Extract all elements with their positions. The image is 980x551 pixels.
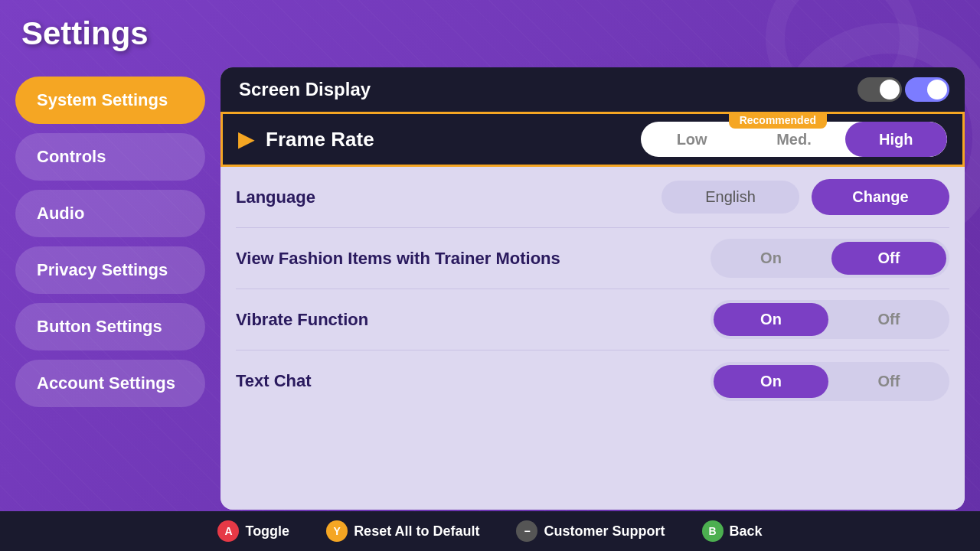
toggle-dot (880, 80, 900, 99)
toggle-label: Toggle (245, 523, 289, 540)
settings-content: Recommended ▶ Frame Rate Low Med. High (220, 112, 965, 510)
language-current-value: English (662, 181, 799, 214)
sidebar-item-privacy-settings[interactable]: Privacy Settings (15, 246, 205, 294)
recommended-badge: Recommended (729, 112, 827, 129)
frame-rate-high[interactable]: High (845, 122, 947, 157)
frame-rate-arrow-icon: ▶ (238, 128, 253, 152)
minus-button-icon: − (516, 520, 537, 542)
text-chat-label: Text Chat (236, 371, 710, 391)
language-row: Language English Change (236, 167, 949, 228)
reset-label: Reset All to Default (354, 523, 479, 540)
frame-rate-low[interactable]: Low (641, 122, 743, 157)
view-fashion-toggle[interactable]: On Off (710, 239, 949, 278)
text-chat-toggle[interactable]: On Off (710, 362, 949, 401)
y-button-icon: Y (326, 520, 348, 542)
screen-display-toggle[interactable] (858, 77, 949, 102)
view-fashion-off-button[interactable]: Off (831, 242, 946, 275)
bottom-action-support: − Customer Support (516, 520, 665, 542)
sidebar-item-controls[interactable]: Controls (15, 133, 205, 181)
language-label: Language (236, 187, 662, 207)
view-fashion-row: View Fashion Items with Trainer Motions … (236, 228, 949, 289)
a-button-icon: A (217, 520, 239, 542)
view-fashion-on-button[interactable]: On (714, 242, 828, 275)
sidebar: System Settings Controls Audio Privacy S… (15, 77, 205, 407)
toggle-pill-right (905, 77, 949, 102)
text-chat-off-button[interactable]: Off (831, 365, 946, 398)
toggle-dot-active (927, 80, 947, 99)
vibrate-function-label: Vibrate Function (236, 310, 710, 330)
sidebar-item-account-settings[interactable]: Account Settings (15, 360, 205, 407)
support-label: Customer Support (544, 523, 665, 540)
text-chat-on-button[interactable]: On (714, 365, 828, 398)
page-title: Settings (21, 15, 149, 52)
frame-rate-row: ▶ Frame Rate Low Med. High (220, 112, 965, 167)
vibrate-function-toggle[interactable]: On Off (710, 300, 949, 339)
sidebar-item-button-settings[interactable]: Button Settings (15, 303, 205, 350)
section-header: Screen Display (220, 67, 965, 112)
toggle-pill-left (858, 77, 902, 102)
sidebar-item-system-settings[interactable]: System Settings (15, 77, 205, 124)
vibrate-function-on-button[interactable]: On (714, 303, 828, 336)
bottom-action-toggle: A Toggle (217, 520, 289, 542)
back-label: Back (730, 523, 763, 540)
sidebar-item-audio[interactable]: Audio (15, 190, 205, 237)
section-header-title: Screen Display (239, 79, 371, 100)
bottom-action-reset: Y Reset All to Default (326, 520, 479, 542)
frame-rate-label: Frame Rate (266, 128, 641, 152)
vibrate-function-off-button[interactable]: Off (831, 303, 946, 336)
b-button-icon: B (702, 520, 724, 542)
vibrate-function-row: Vibrate Function On Off (236, 289, 949, 350)
text-chat-row: Text Chat On Off (236, 350, 949, 412)
bottom-action-back: B Back (702, 520, 763, 542)
language-change-button[interactable]: Change (812, 179, 949, 215)
main-content-panel: Screen Display Recommended ▶ Frame Rate … (220, 67, 965, 510)
bottom-bar: A Toggle Y Reset All to Default − Custom… (0, 511, 980, 551)
view-fashion-label: View Fashion Items with Trainer Motions (236, 249, 710, 269)
